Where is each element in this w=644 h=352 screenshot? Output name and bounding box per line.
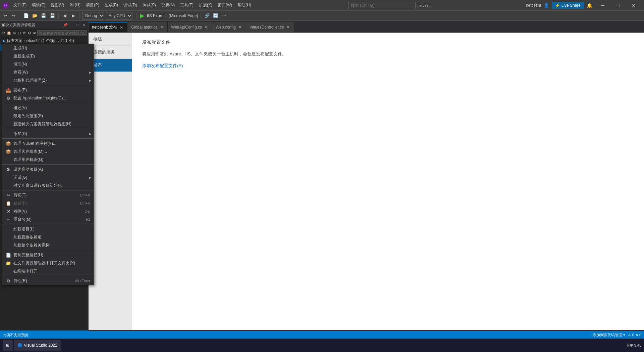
collapse-button[interactable]: ⊟	[17, 30, 22, 37]
ctx-client-lib[interactable]: 📦 管理客户端库(M)...	[2, 147, 94, 156]
sync-button[interactable]: ⟳	[1, 30, 6, 37]
menu-file[interactable]: 文件(F)	[11, 1, 29, 9]
solution-search-input[interactable]	[37, 30, 87, 36]
ctx-unload[interactable]: 卸载项目(L)	[2, 225, 94, 233]
minimize-panel-button[interactable]: ─	[69, 22, 74, 28]
ctx-view[interactable]: 查看(W) ▶	[2, 68, 94, 76]
taskbar-vs-button[interactable]: 🔵 Visual Studio 2022	[14, 340, 61, 351]
attach-button[interactable]: 🔗	[203, 12, 211, 19]
ctx-clean[interactable]: 清理(N)	[2, 60, 94, 68]
undo-button[interactable]: ↩	[1, 12, 9, 19]
debug-mode-select[interactable]: Debug	[82, 12, 104, 19]
ctx-debug-sub[interactable]: 调试(G) ▶	[2, 173, 94, 181]
minimize-button[interactable]: ─	[595, 0, 610, 11]
ctx-nuget[interactable]: 📦 管理 NuGet 程序包(N)...	[2, 139, 94, 147]
new-project-button[interactable]: 📄	[22, 12, 30, 19]
ctx-rebuild[interactable]: 重新生成(E)	[2, 52, 94, 60]
ctx-overview[interactable]: 概述(V)	[2, 104, 94, 112]
preview-button[interactable]: 👁	[32, 30, 37, 37]
tab-publish-close[interactable]: ✕	[119, 25, 124, 30]
ctx-paste-shortcut: Ctrl+V	[80, 201, 90, 205]
panel-header-buttons: 📌 ─ □ ✕	[63, 22, 86, 28]
close-button[interactable]: ✕	[626, 0, 641, 11]
preview-status[interactable]: 此项不支持预览	[3, 333, 29, 338]
redo-button[interactable]: ↪	[10, 12, 17, 19]
save-all-button[interactable]: 💾	[49, 12, 56, 19]
tab-global[interactable]: Global.asax.cs ✕	[127, 22, 168, 32]
menu-test[interactable]: 测试(S)	[140, 1, 159, 9]
tab-publish[interactable]: netceshi: 发布 ✕	[89, 22, 127, 32]
tab-valuescontroller-close[interactable]: ✕	[286, 25, 290, 30]
ctx-open-terminal[interactable]: 在终端中打开	[2, 267, 94, 275]
refresh-tree-button[interactable]: ↺	[22, 30, 27, 37]
ctx-build[interactable]: 生成(U)	[2, 44, 94, 52]
more-button[interactable]: ⋯	[221, 12, 228, 19]
menu-edit[interactable]: 编辑(E)	[29, 1, 48, 9]
menu-tools[interactable]: 工具(T)	[177, 1, 196, 9]
restore-button[interactable]: □	[610, 0, 626, 11]
run-label[interactable]: IIS Express (Microsoft Edge)	[147, 13, 198, 18]
ctx-user-secrets[interactable]: 管理用户机密(G)	[2, 156, 94, 164]
tab-webapi-close[interactable]: ✕	[204, 25, 209, 30]
run-button[interactable]: ▶	[139, 12, 146, 19]
forward-button[interactable]: ▶	[70, 12, 77, 19]
start-button[interactable]: ⊞	[3, 340, 13, 351]
errors-status[interactable]: ⚠ 0 ✕ 0	[628, 333, 641, 337]
preview-status-label: 此项不支持预览	[3, 333, 29, 338]
tab-webconfig[interactable]: Web.config ✕	[212, 22, 246, 32]
properties-button[interactable]: ⚙	[27, 30, 32, 37]
live-share-button[interactable]: ⚡ Live Share	[552, 2, 584, 9]
solution-node[interactable]: ▶ 解决方案 'netceshi' (1 个项目, 共 1 个)	[0, 37, 88, 44]
publish-nav-connected[interactable]: 连接的服务	[89, 46, 132, 59]
source-control-status[interactable]: 添加到源代码管理 ▾	[593, 333, 625, 338]
add-publish-profile-link[interactable]: 添加发布配置文件(A)	[142, 63, 183, 68]
menu-project[interactable]: 项目(P)	[83, 1, 102, 9]
refresh-button[interactable]: 🔄	[212, 12, 219, 19]
ctx-publish[interactable]: 📤 发布(B)...	[2, 86, 94, 94]
ctx-newview[interactable]: 新建解决方案资源管理器视图(N)	[2, 120, 94, 128]
home-button[interactable]: 🏠	[6, 30, 11, 37]
show-all-button[interactable]: 👁	[12, 30, 17, 37]
notifications-icon[interactable]: 🔔	[587, 3, 592, 8]
ctx-set-startup[interactable]: ⚙ 设为启动项目(A)	[2, 165, 94, 173]
back-button[interactable]: ◀	[61, 12, 68, 19]
maximize-panel-button[interactable]: □	[75, 22, 80, 28]
ctx-cut[interactable]: ✂ 剪切(T) Ctrl+X	[2, 191, 94, 199]
ctx-add[interactable]: 添加(D) ▶	[2, 130, 94, 138]
close-panel-button[interactable]: ✕	[81, 22, 86, 28]
ctx-properties[interactable]: ⚙ 属性(R) Alt+Enter	[2, 277, 94, 285]
ctx-analyze[interactable]: 分析和代码清理(Z) ▶	[2, 76, 94, 84]
tab-webconfig-close[interactable]: ✕	[238, 25, 243, 30]
ctx-load-tree[interactable]: 加载整个依赖关系树	[2, 241, 94, 249]
ctx-scope-label: 限定为此范围(S)	[13, 113, 90, 119]
menu-analyze[interactable]: 分析(N)	[159, 1, 178, 9]
ctx-copy-path[interactable]: 📄 复制完整路径(U)	[2, 251, 94, 259]
ctx-sep-6	[2, 190, 94, 190]
menu-window[interactable]: 窗口(W)	[215, 1, 235, 9]
search-input[interactable]	[348, 2, 416, 9]
ctx-remove[interactable]: ✕ 移除(V) Del	[2, 207, 94, 215]
cpu-mode-select[interactable]: Any CPU	[106, 12, 132, 19]
menu-view[interactable]: 视图(V)	[48, 1, 67, 9]
tab-global-close[interactable]: ✕	[159, 25, 164, 30]
ctx-load-direct[interactable]: 加载直接依赖项	[2, 233, 94, 241]
ctx-appinsights[interactable]: ⚙ 配置 Application Insights(C)...	[2, 94, 94, 102]
ctx-paste: 📋 粘贴(P) Ctrl+V	[2, 199, 94, 207]
tab-webapi[interactable]: WebApiConfig.cs ✕	[168, 22, 212, 32]
ctx-scope[interactable]: 限定为此范围(S)	[2, 112, 94, 120]
ctx-rename[interactable]: ✏ 重命名(M) F2	[2, 215, 94, 223]
open-button[interactable]: 📂	[31, 12, 39, 19]
ctx-open-folder[interactable]: 📁 在文件资源管理器中打开文件夹(X)	[2, 259, 94, 267]
menu-debug[interactable]: 调试(D)	[121, 1, 140, 9]
publish-nav-publish[interactable]: 发布	[89, 59, 132, 72]
menu-help[interactable]: 帮助(H)	[235, 1, 254, 9]
save-button[interactable]: 💾	[40, 12, 47, 19]
account-icon[interactable]: 👤	[544, 3, 549, 8]
ctx-interactive[interactable]: 对交互窗口进行项目初始化	[2, 181, 94, 189]
pin-button[interactable]: 📌	[63, 22, 68, 28]
menu-build[interactable]: 生成(B)	[102, 1, 121, 9]
menu-git[interactable]: Git(G)	[67, 1, 83, 9]
publish-nav-overview[interactable]: 概述	[89, 33, 132, 46]
menu-extensions[interactable]: 扩展(X)	[196, 1, 215, 9]
tab-valuescontroller[interactable]: ValuesController.cs ✕	[246, 22, 294, 32]
